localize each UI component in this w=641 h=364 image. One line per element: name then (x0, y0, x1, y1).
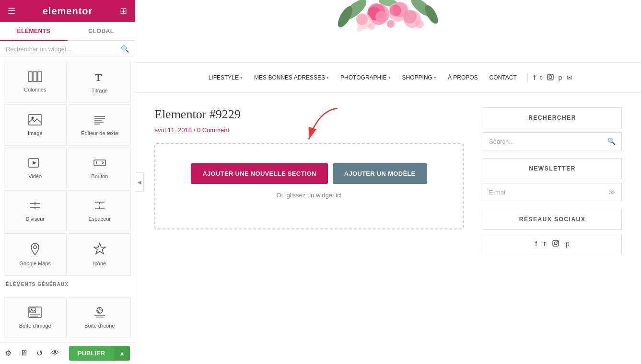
rs-search-section: RECHERCHER 🔍 (483, 107, 622, 150)
google-maps-icon (29, 242, 41, 258)
espaceur-label: Espaceur (89, 216, 111, 222)
sidebar-collapse-handle[interactable]: ◀ (135, 172, 144, 192)
history-icon[interactable]: ↺ (36, 349, 43, 358)
rs-facebook-icon[interactable]: f (535, 240, 537, 248)
espaceur-icon (93, 200, 106, 213)
bouton-label: Bouton (91, 173, 108, 179)
nav-lifestyle[interactable]: LIFESTYLE ▾ (204, 70, 247, 85)
widget-colonnes[interactable]: Colonnes (4, 61, 67, 102)
publish-arrow-button[interactable]: ▲ (114, 346, 130, 361)
boite-icone-label: Boîte d'icône (84, 323, 115, 329)
boite-image-icon (28, 307, 42, 320)
widget-diviseur[interactable]: Diviseur (4, 190, 67, 231)
search-input[interactable] (6, 46, 121, 53)
chevron-icon: ▾ (240, 75, 243, 80)
desktop-icon[interactable]: 🖥 (20, 349, 28, 358)
svg-rect-4 (29, 114, 41, 125)
svg-point-51 (387, 20, 395, 28)
svg-point-5 (32, 117, 34, 119)
rs-search-input[interactable] (483, 133, 602, 150)
svg-point-43 (375, 11, 387, 23)
nav-photographie[interactable]: PHOTOGRAPHIE ▾ (336, 70, 395, 85)
rs-search-header: RECHERCHER (483, 107, 622, 128)
elementor-logo: elementor (43, 6, 93, 17)
widget-espaceur[interactable]: Espaceur (69, 190, 131, 231)
add-section-button[interactable]: AJOUTER UNE NOUVELLE SECTION (191, 163, 327, 184)
svg-point-61 (557, 241, 558, 242)
svg-point-56 (549, 76, 552, 79)
preview-icon[interactable]: 👁 (51, 349, 59, 358)
widget-editeur[interactable]: Éditeur de texte (69, 104, 131, 145)
main-content-area: LIFESTYLE ▾ MES BONNES ADRESSES ▾ PHOTOG… (135, 0, 641, 364)
rs-social-section: RÉSEAUX SOCIAUX f t p (483, 209, 622, 254)
nav-a-propos[interactable]: À PROPOS (443, 70, 483, 85)
instagram-icon[interactable] (547, 74, 554, 82)
sidebar-tabs: ÉLÉMENTS GLOBAL (0, 22, 135, 41)
right-sidebar: RECHERCHER 🔍 NEWSLETTER ≫ RÉS (483, 107, 622, 262)
nav-shopping[interactable]: SHOPPING ▾ (397, 70, 441, 85)
widget-icone[interactable]: Icône (69, 233, 131, 276)
rs-instagram-icon[interactable] (552, 240, 559, 248)
settings-icon[interactable]: ⚙ (5, 349, 12, 358)
rs-pinterest-icon[interactable]: p (566, 240, 570, 248)
bouton-icon (93, 157, 106, 171)
diviseur-label: Diviseur (25, 216, 45, 222)
widget-search-row: 🔍 (0, 41, 135, 57)
boite-icone-icon (93, 307, 106, 320)
rs-social-header: RÉSEAUX SOCIAUX (483, 209, 622, 230)
chevron-icon: ▾ (388, 75, 391, 80)
add-model-button[interactable]: AJOUTER UN MODÈLE (333, 163, 427, 184)
widget-boite-icone[interactable]: Boîte d'icône (69, 297, 131, 338)
editeur-icon (93, 114, 106, 127)
rs-search-row: 🔍 (483, 132, 622, 150)
floral-header (135, 0, 641, 62)
pinterest-icon[interactable]: p (559, 74, 562, 81)
search-icon[interactable]: 🔍 (121, 45, 129, 53)
titrage-label: Titrage (92, 88, 108, 93)
image-icon (28, 114, 42, 127)
rs-email-submit[interactable]: ≫ (603, 183, 621, 201)
colonnes-label: Colonnes (24, 87, 46, 92)
rs-newsletter-section: NEWSLETTER ≫ (483, 158, 622, 201)
widget-titrage[interactable]: T Titrage (69, 61, 131, 102)
email-icon[interactable]: ✉ (567, 74, 572, 81)
chevron-icon: ▾ (326, 75, 329, 80)
widget-bouton[interactable]: Bouton (69, 148, 131, 188)
bottom-bar: ⚙ 🖥 ↺ 👁 PUBLIER ▲ (0, 342, 135, 364)
widget-boite-image[interactable]: Boîte d'image (4, 297, 67, 338)
rs-search-button[interactable]: 🔍 (602, 133, 621, 150)
nav-social-icons: f t p ✉ (534, 74, 573, 82)
tab-global[interactable]: GLOBAL (68, 22, 135, 40)
svg-point-57 (551, 75, 552, 76)
publish-button[interactable]: PUBLIER (69, 346, 114, 361)
chevron-icon: ▾ (434, 75, 436, 80)
svg-marker-12 (33, 161, 36, 165)
menu-icon[interactable]: ☰ (8, 6, 15, 16)
titrage-icon: T (93, 70, 106, 85)
icone-label: Icône (93, 261, 106, 266)
rs-email-row: ≫ (483, 183, 622, 201)
general-section-label: ÉLÉMENTS GÉNÉRAUX (4, 278, 131, 295)
svg-point-50 (356, 13, 368, 25)
svg-point-24 (34, 246, 36, 249)
svg-marker-25 (94, 243, 105, 254)
twitter-icon[interactable]: t (540, 74, 542, 81)
widget-google-maps[interactable]: Google Maps (4, 233, 67, 276)
nav-contact[interactable]: CONTACT (485, 70, 522, 85)
svg-point-60 (554, 242, 557, 245)
nav-bonnes-adresses[interactable]: MES BONNES ADRESSES ▾ (249, 70, 334, 85)
colonnes-icon (28, 71, 42, 84)
svg-rect-1 (33, 72, 37, 81)
rs-twitter-icon[interactable]: t (544, 240, 546, 248)
widget-image[interactable]: Image (4, 104, 67, 145)
website-preview: LIFESTYLE ▾ MES BONNES ADRESSES ▾ PHOTOG… (135, 0, 641, 364)
nav-items: LIFESTYLE ▾ MES BONNES ADRESSES ▾ PHOTOG… (145, 70, 631, 85)
grid-icon[interactable]: ⊞ (120, 6, 127, 16)
site-navigation: LIFESTYLE ▾ MES BONNES ADRESSES ▾ PHOTOG… (135, 62, 641, 93)
rs-email-input[interactable] (483, 184, 603, 201)
content-area: Elementor #9229 avril 11, 2018 / 0 Comme… (135, 93, 641, 272)
widget-video[interactable]: Vidéo (4, 148, 67, 188)
tab-elements[interactable]: ÉLÉMENTS (0, 22, 68, 41)
facebook-icon[interactable]: f (534, 74, 536, 81)
post-content: Elementor #9229 avril 11, 2018 / 0 Comme… (154, 107, 483, 262)
